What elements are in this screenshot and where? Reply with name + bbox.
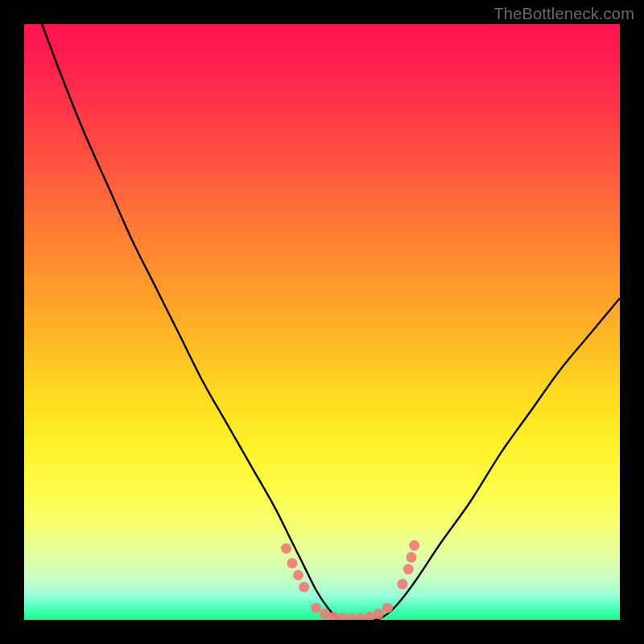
plot-area (24, 24, 620, 620)
trough-marker (299, 582, 309, 592)
trough-marker (293, 570, 303, 580)
trough-marker (365, 612, 375, 620)
trough-marker (281, 543, 291, 554)
trough-marker (403, 564, 414, 575)
bottleneck-curve-path (42, 24, 620, 620)
trough-marker (347, 613, 357, 620)
trough-marker (409, 540, 419, 551)
trough-marker (328, 612, 339, 620)
trough-marker (356, 613, 366, 620)
trough-marker (287, 558, 298, 568)
trough-marker (397, 579, 407, 589)
trough-marker (382, 603, 393, 613)
trough-marker (337, 613, 348, 620)
chart-svg (24, 24, 620, 620)
trough-marker (407, 552, 417, 563)
trough-marker (311, 603, 321, 613)
outer-frame: TheBottleneck.com (0, 0, 644, 644)
trough-markers (281, 540, 419, 620)
trough-marker (374, 609, 384, 619)
watermark-text: TheBottleneck.com (493, 5, 634, 23)
trough-marker (320, 609, 330, 619)
